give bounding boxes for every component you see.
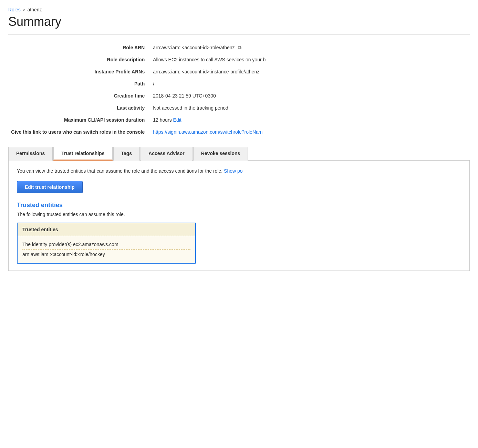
entity-row-hockey: arn:aws:iam::<account-id>:role/hockey xyxy=(22,250,190,259)
tab-tags[interactable]: Tags xyxy=(113,147,140,161)
breadcrumb: Roles > athenz xyxy=(8,7,470,12)
trusted-entities-box-header: Trusted entities xyxy=(18,223,195,236)
summary-row-last-activity: Last activity Not accessed in the tracki… xyxy=(8,102,470,114)
tab-permissions[interactable]: Permissions xyxy=(8,147,53,161)
label-role-arn: Role ARN xyxy=(8,42,150,54)
title-divider xyxy=(8,34,470,35)
tab-content-trust-relationships: You can view the trusted entities that c… xyxy=(8,161,470,271)
show-policy-link[interactable]: Show po xyxy=(224,168,242,174)
value-instance-profile: arn:aws:iam::<account-id>:instance-profi… xyxy=(150,66,470,78)
summary-row-description: Role description Allows EC2 instances to… xyxy=(8,54,470,66)
page-title: Summary xyxy=(8,14,470,29)
copy-arn-icon[interactable]: ⧉ xyxy=(238,44,241,51)
summary-row-creation-time: Creation time 2018-04-23 21:59 UTC+0300 xyxy=(8,90,470,102)
label-role-description: Role description xyxy=(8,54,150,66)
summary-row-instance-profile: Instance Profile ARNs arn:aws:iam::<acco… xyxy=(8,66,470,78)
breadcrumb-current: athenz xyxy=(27,7,42,12)
tabs-container: Permissions Trust relationships Tags Acc… xyxy=(8,146,470,161)
value-path: / xyxy=(150,78,470,90)
tab-trust-relationships[interactable]: Trust relationships xyxy=(53,147,112,161)
entity-row-ec2: The identity provider(s) ec2.amazonaws.c… xyxy=(22,240,190,250)
label-last-activity: Last activity xyxy=(8,102,150,114)
tab-revoke-sessions[interactable]: Revoke sessions xyxy=(193,147,248,161)
value-creation-time: 2018-04-23 21:59 UTC+0300 xyxy=(150,90,470,102)
edit-session-link[interactable]: Edit xyxy=(173,117,181,123)
label-instance-profile: Instance Profile ARNs xyxy=(8,66,150,78)
summary-row-switch-role-link: Give this link to users who can switch r… xyxy=(8,126,470,138)
trusted-entities-box: Trusted entities The identity provider(s… xyxy=(17,223,196,264)
label-creation-time: Creation time xyxy=(8,90,150,102)
label-session-duration: Maximum CLI/API session duration xyxy=(8,114,150,126)
summary-table: Role ARN arn:aws:iam::<account-id>:role/… xyxy=(8,42,470,138)
value-switch-role: https://signin.aws.amazon.com/switchrole… xyxy=(150,126,470,138)
label-path: Path xyxy=(8,78,150,90)
summary-row-path: Path / xyxy=(8,78,470,90)
edit-trust-relationship-button[interactable]: Edit trust relationship xyxy=(17,181,83,193)
value-role-description: Allows EC2 instances to call AWS service… xyxy=(150,54,470,66)
value-session-duration: 12 hours Edit xyxy=(150,114,470,126)
trusted-entities-description: The following trusted entities can assum… xyxy=(17,212,461,217)
breadcrumb-separator: > xyxy=(23,7,25,12)
tab-access-advisor[interactable]: Access Advisor xyxy=(141,147,193,161)
trusted-entities-box-body: The identity provider(s) ec2.amazonaws.c… xyxy=(18,236,195,263)
breadcrumb-roles-link[interactable]: Roles xyxy=(8,7,21,12)
switch-role-url[interactable]: https://signin.aws.amazon.com/switchrole… xyxy=(153,129,262,135)
trusted-entities-heading: Trusted entities xyxy=(17,202,461,209)
value-role-arn: arn:aws:iam::<account-id>:role/athenz ⧉ xyxy=(150,42,470,54)
label-switch-role: Give this link to users who can switch r… xyxy=(8,126,150,138)
trust-description: You can view the trusted entities that c… xyxy=(17,167,461,175)
summary-row-arn: Role ARN arn:aws:iam::<account-id>:role/… xyxy=(8,42,470,54)
value-last-activity: Not accessed in the tracking period xyxy=(150,102,470,114)
summary-row-session-duration: Maximum CLI/API session duration 12 hour… xyxy=(8,114,470,126)
